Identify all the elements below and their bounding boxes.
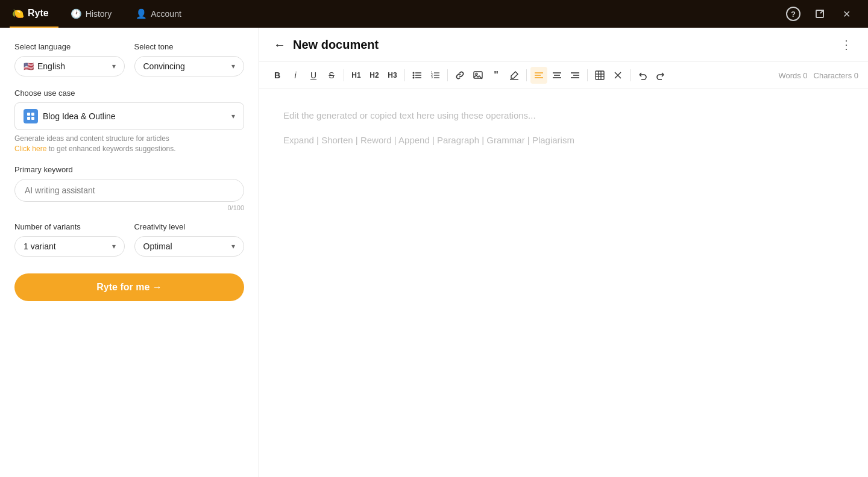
account-icon: 👤 xyxy=(136,8,147,19)
tone-select[interactable]: Convincing ▾ xyxy=(134,56,245,76)
reword-operation[interactable]: Reword xyxy=(360,135,392,145)
left-panel: Select language 🇺🇸 English ▾ Select tone… xyxy=(0,28,259,477)
table-button[interactable] xyxy=(591,67,608,84)
clear-format-button[interactable] xyxy=(609,67,626,84)
svg-rect-3 xyxy=(27,117,30,120)
expand-operation[interactable]: Expand xyxy=(283,135,314,145)
toolbar-divider-1 xyxy=(344,69,344,81)
highlight-button[interactable] xyxy=(506,67,523,84)
keyword-input[interactable] xyxy=(14,179,244,202)
keyword-input-wrap xyxy=(14,179,244,202)
logo[interactable]: 🍋 Ryte xyxy=(10,0,58,28)
click-here-link[interactable]: Click here xyxy=(14,145,46,153)
h1-button[interactable]: H1 xyxy=(348,67,365,84)
creativity-label: Creativity level xyxy=(134,222,245,231)
editor-toolbar: B i U S H1 H2 H3 1.2.3. " xyxy=(259,62,868,89)
char-count: 0/100 xyxy=(14,204,244,211)
undo-button[interactable] xyxy=(634,67,651,84)
italic-button[interactable]: i xyxy=(287,67,304,84)
strikethrough-button[interactable]: S xyxy=(323,67,340,84)
quote-button[interactable]: " xyxy=(488,67,505,84)
logo-emoji: 🍋 xyxy=(12,8,24,19)
image-button[interactable] xyxy=(470,67,486,84)
language-chevron-icon: ▾ xyxy=(112,62,116,70)
editor-operations: Expand | Shorten | Reword | Append | Par… xyxy=(283,135,844,145)
close-icon[interactable]: ✕ xyxy=(839,7,854,21)
nav-history[interactable]: 🕐 History xyxy=(58,0,124,28)
bold-button[interactable]: B xyxy=(269,67,286,84)
h2-button[interactable]: H2 xyxy=(366,67,383,84)
op-sep-4: | xyxy=(432,135,437,145)
paragraph-operation[interactable]: Paragraph xyxy=(437,135,479,145)
external-link-icon[interactable] xyxy=(813,7,827,21)
use-case-select[interactable]: Blog Idea & Outline ▾ xyxy=(14,102,244,130)
variants-group: Number of variants 1 variant ▾ xyxy=(14,222,125,257)
char-count-display: Characters 0 xyxy=(814,71,858,80)
keyword-label: Primary keyword xyxy=(14,165,244,174)
ryte-button-label: Ryte for me → xyxy=(96,282,162,293)
tone-value: Convincing xyxy=(143,61,185,71)
tone-label: Select tone xyxy=(134,42,245,51)
language-tone-row: Select language 🇺🇸 English ▾ Select tone… xyxy=(14,42,244,76)
tone-chevron-icon: ▾ xyxy=(231,62,235,70)
svg-rect-29 xyxy=(596,71,604,80)
toolbar-divider-2 xyxy=(404,69,405,81)
use-case-hint: Generate ideas and content structure for… xyxy=(14,134,244,154)
flag-icon: 🇺🇸 xyxy=(24,61,34,71)
align-right-button[interactable] xyxy=(567,67,583,84)
topnav: 🍋 Ryte 🕐 History 👤 Account ? ✕ xyxy=(0,0,868,28)
variants-label: Number of variants xyxy=(14,222,125,231)
use-case-label: Choose use case xyxy=(14,89,244,98)
align-left-button[interactable] xyxy=(530,67,547,84)
variants-value: 1 variant xyxy=(24,242,56,251)
main-layout: Select language 🇺🇸 English ▾ Select tone… xyxy=(0,28,868,477)
use-case-chevron-icon: ▾ xyxy=(231,112,235,120)
document-title: New document xyxy=(293,38,840,52)
align-center-button[interactable] xyxy=(549,67,565,84)
op-sep-2: | xyxy=(356,135,360,145)
creativity-select[interactable]: Optimal ▾ xyxy=(134,236,245,257)
toolbar-divider-4 xyxy=(526,69,527,81)
underline-button[interactable]: U xyxy=(305,67,322,84)
ryte-for-me-button[interactable]: Ryte for me → xyxy=(14,273,244,301)
language-value: English xyxy=(37,61,65,71)
keyword-section: Primary keyword 0/100 xyxy=(14,165,244,211)
help-icon[interactable]: ? xyxy=(786,7,800,21)
back-button[interactable]: ← xyxy=(274,38,286,52)
unordered-list-button[interactable] xyxy=(409,67,426,84)
variants-select[interactable]: 1 variant ▾ xyxy=(14,236,125,257)
language-label: Select language xyxy=(14,42,125,51)
creativity-value: Optimal xyxy=(143,242,172,251)
variants-creativity-row: Number of variants 1 variant ▾ Creativit… xyxy=(14,222,244,257)
creativity-group: Creativity level Optimal ▾ xyxy=(134,222,245,257)
nav-account-label: Account xyxy=(151,9,181,19)
creativity-chevron-icon: ▾ xyxy=(231,242,235,251)
link-button[interactable] xyxy=(451,67,468,84)
svg-point-18 xyxy=(476,73,477,75)
more-options-button[interactable]: ⋮ xyxy=(840,37,854,52)
right-panel: ← New document ⋮ B i U S H1 H2 H3 1.2.3. xyxy=(259,28,868,477)
toolbar-divider-3 xyxy=(447,69,448,81)
h3-button[interactable]: H3 xyxy=(384,67,401,84)
language-select[interactable]: 🇺🇸 English ▾ xyxy=(14,56,125,76)
editor-area[interactable]: Edit the generated or copied text here u… xyxy=(259,89,868,477)
history-icon: 🕐 xyxy=(71,8,82,19)
nav-account[interactable]: 👤 Account xyxy=(124,0,193,28)
op-sep-6: | xyxy=(527,135,532,145)
ordered-list-button[interactable]: 1.2.3. xyxy=(427,67,444,84)
svg-point-9 xyxy=(413,77,415,79)
redo-button[interactable] xyxy=(652,67,669,84)
editor-header: ← New document ⋮ xyxy=(259,28,868,62)
use-case-icon xyxy=(24,109,38,123)
shorten-operation[interactable]: Shorten xyxy=(321,135,353,145)
plagiarism-operation[interactable]: Plagiarism xyxy=(532,135,574,145)
svg-rect-1 xyxy=(27,113,30,116)
toolbar-divider-6 xyxy=(630,69,631,81)
svg-point-7 xyxy=(413,75,415,76)
op-sep-3: | xyxy=(394,135,398,145)
grammar-operation[interactable]: Grammar xyxy=(486,135,524,145)
logo-text: Ryte xyxy=(28,8,49,19)
svg-rect-2 xyxy=(31,113,34,116)
use-case-value: Blog Idea & Outline xyxy=(43,111,116,121)
append-operation[interactable]: Append xyxy=(398,135,430,145)
